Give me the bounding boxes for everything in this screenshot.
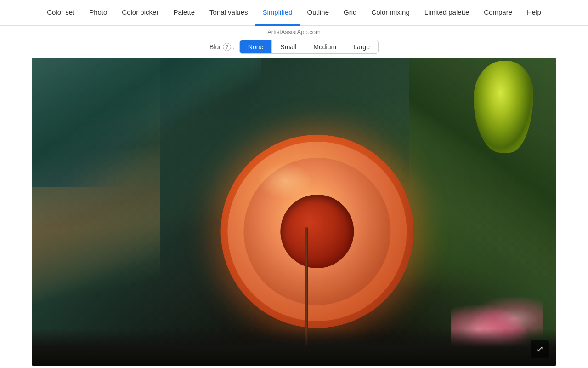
bud-upper-right bbox=[474, 61, 533, 153]
nav-item-tonal-values[interactable]: Tonal values bbox=[202, 0, 255, 26]
flower-scene: ⤢ bbox=[32, 58, 556, 366]
flower-highlight bbox=[257, 162, 312, 199]
blur-btn-none[interactable]: None bbox=[240, 40, 272, 53]
nav-item-color-set[interactable]: Color set bbox=[40, 0, 82, 26]
blur-button-group: None Small Medium Large bbox=[239, 40, 379, 54]
expand-button[interactable]: ⤢ bbox=[531, 340, 549, 358]
blur-btn-medium[interactable]: Medium bbox=[305, 40, 345, 53]
nav-item-help[interactable]: Help bbox=[520, 0, 548, 26]
blur-label: Blur ?: bbox=[209, 43, 235, 51]
nav-item-limited-palette[interactable]: Limited palette bbox=[417, 0, 477, 26]
nav-bar: Color set Photo Color picker Palette Ton… bbox=[0, 0, 588, 26]
blur-text: Blur bbox=[209, 43, 221, 51]
blur-help-icon[interactable]: ? bbox=[223, 43, 231, 51]
nav-item-grid[interactable]: Grid bbox=[336, 0, 364, 26]
nav-item-simplified[interactable]: Simplified bbox=[255, 0, 300, 26]
image-container: ⤢ bbox=[32, 58, 556, 366]
blur-btn-large[interactable]: Large bbox=[345, 40, 378, 53]
nav-item-color-mixing[interactable]: Color mixing bbox=[364, 0, 417, 26]
blur-controls: Blur ?: None Small Medium Large bbox=[0, 37, 588, 58]
petal-center bbox=[280, 195, 354, 268]
nav-item-photo[interactable]: Photo bbox=[82, 0, 114, 26]
subtitle: ArtistAssistApp.com bbox=[0, 26, 588, 37]
nav-item-palette[interactable]: Palette bbox=[166, 0, 202, 26]
main-flower bbox=[220, 135, 413, 328]
nav-item-color-picker[interactable]: Color picker bbox=[114, 0, 166, 26]
nav-item-compare[interactable]: Compare bbox=[476, 0, 520, 26]
soil-foreground bbox=[32, 329, 556, 366]
nav-item-outline[interactable]: Outline bbox=[300, 0, 337, 26]
blur-btn-small[interactable]: Small bbox=[272, 40, 305, 53]
